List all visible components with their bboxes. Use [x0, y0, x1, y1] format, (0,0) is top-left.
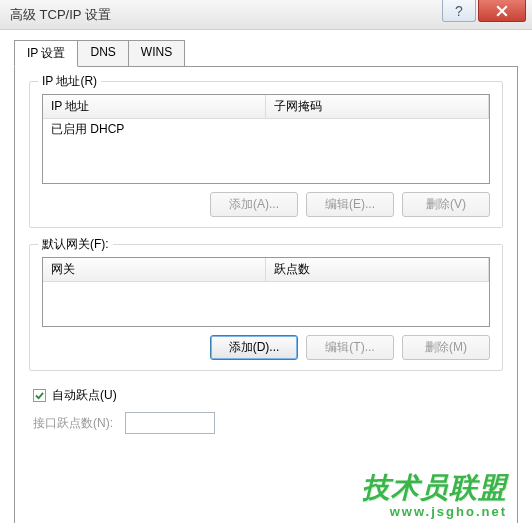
tab-label: DNS — [90, 45, 115, 59]
titlebar-buttons: ? — [442, 0, 532, 24]
group-title: 默认网关(F): — [38, 236, 113, 253]
tabstrip: IP 设置 DNS WINS — [14, 40, 518, 67]
watermark-text: 技术员联盟 — [362, 474, 507, 502]
edit-gateway-button: 编辑(T)... — [306, 335, 394, 360]
listview-body: 已启用 DHCP — [43, 119, 489, 183]
auto-metric-checkbox[interactable] — [33, 389, 46, 402]
dialog-body: IP 设置 DNS WINS IP 地址(R) IP 地址 子网掩码 已启用 D… — [0, 30, 532, 523]
delete-gateway-button: 删除(M) — [402, 335, 490, 360]
tab-panel: IP 地址(R) IP 地址 子网掩码 已启用 DHCP 添加(A)... 编辑… — [14, 66, 518, 523]
col-metric[interactable]: 跃点数 — [266, 258, 489, 281]
button-row: 添加(A)... 编辑(E)... 删除(V) — [42, 192, 490, 217]
gateway-listview[interactable]: 网关 跃点数 — [42, 257, 490, 327]
tab-ip-settings[interactable]: IP 设置 — [14, 40, 78, 67]
col-subnet-mask[interactable]: 子网掩码 — [266, 95, 489, 118]
tab-dns[interactable]: DNS — [77, 40, 128, 67]
tab-label: WINS — [141, 45, 172, 59]
help-icon: ? — [455, 3, 463, 19]
listview-header: 网关 跃点数 — [43, 258, 489, 282]
col-gateway[interactable]: 网关 — [43, 258, 266, 281]
tab-wins[interactable]: WINS — [128, 40, 185, 67]
interface-metric-label: 接口跃点数(N): — [33, 415, 113, 432]
add-gateway-button[interactable]: 添加(D)... — [210, 335, 298, 360]
group-ip-addresses: IP 地址(R) IP 地址 子网掩码 已启用 DHCP 添加(A)... 编辑… — [29, 81, 503, 228]
close-icon — [496, 5, 508, 17]
auto-metric-row: 自动跃点(U) — [33, 387, 503, 404]
window-title: 高级 TCP/IP 设置 — [10, 6, 111, 24]
button-row: 添加(D)... 编辑(T)... 删除(M) — [42, 335, 490, 360]
cell-ip: 已启用 DHCP — [43, 119, 266, 140]
help-button[interactable]: ? — [442, 0, 476, 22]
watermark-url: www.jsgho.net — [362, 504, 507, 519]
listview-header: IP 地址 子网掩码 — [43, 95, 489, 119]
delete-ip-button: 删除(V) — [402, 192, 490, 217]
edit-ip-button: 编辑(E)... — [306, 192, 394, 217]
group-default-gateway: 默认网关(F): 网关 跃点数 添加(D)... 编辑(T)... 删除(M) — [29, 244, 503, 371]
list-item[interactable]: 已启用 DHCP — [43, 119, 489, 140]
col-ip-address[interactable]: IP 地址 — [43, 95, 266, 118]
titlebar: 高级 TCP/IP 设置 ? — [0, 0, 532, 30]
interface-metric-row: 接口跃点数(N): — [33, 412, 503, 434]
close-button[interactable] — [478, 0, 526, 22]
interface-metric-input — [125, 412, 215, 434]
tab-label: IP 设置 — [27, 46, 65, 60]
ip-listview[interactable]: IP 地址 子网掩码 已启用 DHCP — [42, 94, 490, 184]
listview-body — [43, 282, 489, 326]
cell-mask — [266, 119, 489, 140]
group-title: IP 地址(R) — [38, 73, 101, 90]
add-ip-button: 添加(A)... — [210, 192, 298, 217]
auto-metric-label: 自动跃点(U) — [52, 387, 117, 404]
watermark: 技术员联盟 www.jsgho.net — [362, 474, 507, 519]
